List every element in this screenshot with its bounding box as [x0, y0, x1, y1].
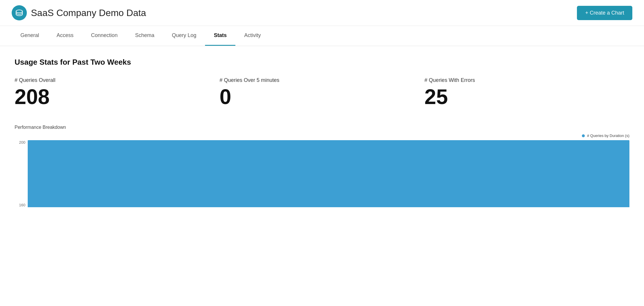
stat-value-0: 208: [15, 86, 214, 107]
tab-query-log[interactable]: Query Log: [163, 26, 205, 46]
stat-label-2: # Queries With Errors: [424, 77, 624, 83]
chart-container: 200 160: [15, 140, 629, 207]
nav-tabs: General Access Connection Schema Query L…: [0, 26, 644, 46]
app-logo: [12, 5, 27, 20]
stat-value-2: 25: [424, 86, 624, 107]
chart-y-labels: 200 160: [15, 140, 28, 207]
stat-queries-overall: # Queries Overall 208: [15, 77, 220, 107]
chart-area: [28, 140, 629, 207]
header-left: SaaS Company Demo Data: [12, 5, 146, 20]
tab-access[interactable]: Access: [48, 26, 82, 46]
legend-dot: [582, 134, 585, 137]
chart-legend: # Queries by Duration (s): [15, 133, 629, 138]
section-title: Usage Stats for Past Two Weeks: [15, 58, 629, 67]
stat-label-1: # Queries Over 5 minutes: [220, 77, 419, 83]
tab-schema[interactable]: Schema: [126, 26, 163, 46]
create-chart-button[interactable]: + Create a Chart: [577, 6, 632, 20]
logo-icon: [15, 8, 24, 17]
stat-queries-errors: # Queries With Errors 25: [424, 77, 629, 107]
app-title: SaaS Company Demo Data: [31, 8, 146, 18]
tab-stats[interactable]: Stats: [205, 26, 235, 46]
svg-point-0: [16, 10, 22, 13]
stats-row: # Queries Overall 208 # Queries Over 5 m…: [15, 77, 629, 107]
tab-connection[interactable]: Connection: [82, 26, 126, 46]
chart-bar: [28, 140, 629, 207]
tab-general[interactable]: General: [12, 26, 48, 46]
y-label-200: 200: [15, 140, 28, 145]
legend-label: # Queries by Duration (s): [587, 133, 629, 138]
performance-section: Performance Breakdown # Queries by Durat…: [15, 125, 629, 207]
page-header: SaaS Company Demo Data + Create a Chart: [0, 0, 644, 26]
main-content: Usage Stats for Past Two Weeks # Queries…: [0, 46, 644, 219]
stat-value-1: 0: [220, 86, 419, 107]
stat-label-0: # Queries Overall: [15, 77, 214, 83]
tab-activity[interactable]: Activity: [235, 26, 270, 46]
performance-title: Performance Breakdown: [15, 125, 629, 130]
y-label-160: 160: [15, 203, 28, 207]
stat-queries-over-5: # Queries Over 5 minutes 0: [220, 77, 425, 107]
